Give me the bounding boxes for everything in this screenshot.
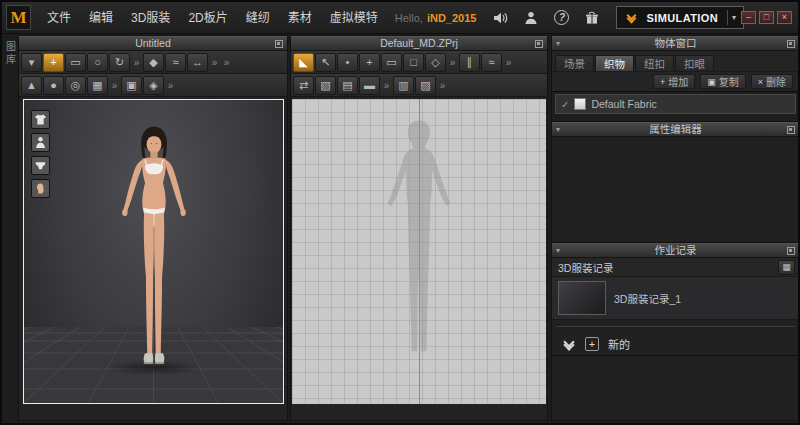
show-garment-toggle[interactable]: ▣ [121, 76, 142, 95]
grading-tool[interactable]: ▤ [337, 76, 358, 95]
username-link[interactable]: iND_2015 [427, 12, 477, 24]
show-avatar-toggle[interactable]: ◈ [143, 76, 164, 95]
app-logo: M [6, 5, 31, 30]
avatar-3d[interactable] [100, 122, 208, 391]
toggle-head-button[interactable] [31, 179, 50, 198]
history-titlebar[interactable]: ▾ 作业记录 [552, 243, 799, 258]
menu-item[interactable]: 3D服装 [122, 3, 179, 33]
tab-fabric[interactable]: 织物 [595, 55, 634, 71]
arrangement-points-tool[interactable]: ● [43, 76, 64, 95]
dart-tool[interactable]: ◇ [425, 53, 446, 72]
history-record-item[interactable]: 3D服装记录_1 [552, 276, 799, 320]
action-label: 增加 [668, 74, 688, 89]
toolbar-overflow[interactable]: » [131, 53, 142, 72]
tab-scene[interactable]: 场景 [555, 55, 594, 71]
menu-item[interactable]: 文件 [38, 3, 80, 33]
pattern-2d-titlebar[interactable]: Default_MD.ZPrj [291, 36, 547, 51]
toolbar-overflow[interactable]: » [165, 76, 176, 95]
rectangle-select-tool[interactable]: ▭ [65, 53, 86, 72]
object-window-titlebar[interactable]: ▾ 物体窗口 [552, 36, 799, 51]
menu-item[interactable]: 素材 [279, 3, 321, 33]
fitting-suit-tool[interactable]: ▦ [87, 76, 108, 95]
toolbar-overflow[interactable]: » [221, 53, 232, 72]
close-button[interactable]: × [777, 11, 792, 24]
pin-tool[interactable]: ◆ [143, 53, 164, 72]
avatar-tape-tool[interactable]: ◎ [65, 76, 86, 95]
collapse-arrow-icon[interactable]: ▾ [556, 123, 560, 137]
viewport-3d-titlebar[interactable]: Untitled [19, 36, 287, 51]
property-editor-title: 属性编辑器 [649, 123, 702, 136]
pattern-2d-canvas[interactable] [292, 99, 546, 404]
toggle-accessory-button[interactable] [31, 156, 50, 175]
transform-pattern-tool[interactable]: ◣ [293, 53, 314, 72]
library-collapsed-tab[interactable]: 图库 [3, 41, 18, 67]
simulation-dropdown-icon[interactable]: ▾ [728, 13, 740, 22]
thumbnail-view-button[interactable]: ▦ [778, 260, 795, 275]
toolbar-overflow[interactable]: » [503, 53, 514, 72]
fabric-swatch [574, 98, 586, 110]
menu-item[interactable]: 缝纫 [237, 3, 279, 33]
free-sewing-tool[interactable]: ≈ [481, 53, 502, 72]
delete-fabric-button[interactable]: × 删除 [751, 74, 793, 89]
float-panel-icon[interactable] [787, 247, 795, 255]
sync-2d3d-tool[interactable]: ⇄ [293, 76, 314, 95]
toolbar-overflow[interactable]: » [381, 76, 392, 95]
volume-icon[interactable] [492, 10, 508, 26]
edit-texture-tool[interactable]: ▧ [315, 76, 336, 95]
float-panel-icon[interactable] [275, 40, 283, 48]
avatar-silhouette-2d [364, 113, 475, 390]
action-label: 删除 [766, 74, 786, 89]
float-panel-icon[interactable] [787, 126, 795, 134]
menubar-icons: ? [492, 10, 600, 26]
fabric-list-item[interactable]: ✓ Default Fabric [555, 94, 796, 114]
gizmo-move-tool[interactable]: + [43, 53, 64, 72]
tab-buttonhole[interactable]: 扣眼 [675, 55, 714, 71]
wind-controller-tool[interactable]: ≈ [165, 53, 186, 72]
viewport-3d-canvas[interactable] [23, 99, 284, 404]
collapse-all-icon[interactable] [562, 340, 576, 349]
toggle-garment-button[interactable] [31, 110, 50, 129]
toolbar-overflow[interactable]: » [109, 76, 120, 95]
history-dropdown[interactable]: ▾ [21, 53, 42, 72]
polygon-tool[interactable]: ▭ [381, 53, 402, 72]
copy-fabric-button[interactable]: ▣ 复制 [700, 74, 746, 89]
new-record-row[interactable]: + 新的 [552, 333, 799, 355]
float-panel-icon[interactable] [535, 40, 543, 48]
action-label: 复制 [719, 74, 739, 89]
measure-tool[interactable]: ↔ [187, 53, 208, 72]
rotate-view-tool[interactable]: ↻ [109, 53, 130, 72]
add-fabric-button[interactable]: + 增加 [653, 74, 695, 89]
fabric-name: Default Fabric [591, 98, 656, 110]
rectangle-tool[interactable]: □ [403, 53, 424, 72]
tab-button[interactable]: 纽扣 [635, 55, 674, 71]
iron-tool[interactable]: ▬ [359, 76, 380, 95]
account-icon[interactable] [523, 10, 539, 26]
add-record-icon[interactable]: + [585, 337, 599, 351]
segment-sewing-tool[interactable]: ∥ [459, 53, 480, 72]
collapse-arrow-icon[interactable]: ▾ [556, 244, 560, 258]
float-panel-icon[interactable] [787, 40, 795, 48]
object-window-tabs: 场景织物纽扣扣眼 [552, 51, 799, 71]
toggle-avatar-button[interactable] [31, 133, 50, 152]
simulation-button[interactable]: SIMULATION ▾ [616, 6, 744, 29]
toolbar-3d-row2: ▲●◎▦»▣◈» [19, 74, 287, 97]
minimize-button[interactable]: – [741, 11, 756, 24]
menu-item[interactable]: 2D板片 [179, 3, 236, 33]
lasso-select-tool[interactable]: ○ [87, 53, 108, 72]
help-icon[interactable]: ? [554, 10, 569, 25]
collapse-arrow-icon[interactable]: ▾ [556, 37, 560, 51]
avatar-pose-tool[interactable]: ▲ [21, 76, 42, 95]
toolbar-overflow[interactable]: » [437, 76, 448, 95]
store-icon[interactable] [584, 10, 600, 26]
show-pattern-toggle[interactable]: ▥ [393, 76, 414, 95]
menu-item[interactable]: 编辑 [80, 3, 122, 33]
toolbar-overflow[interactable]: » [209, 53, 220, 72]
show-stitch-toggle[interactable]: ▨ [415, 76, 436, 95]
property-editor-titlebar[interactable]: ▾ 属性编辑器 [552, 122, 799, 137]
edit-point-tool[interactable]: • [337, 53, 358, 72]
toolbar-overflow[interactable]: » [447, 53, 458, 72]
edit-pattern-tool[interactable]: ↖ [315, 53, 336, 72]
maximize-button[interactable]: □ [759, 11, 774, 24]
menu-item[interactable]: 虚拟模特 [321, 3, 387, 33]
add-point-tool[interactable]: + [359, 53, 380, 72]
